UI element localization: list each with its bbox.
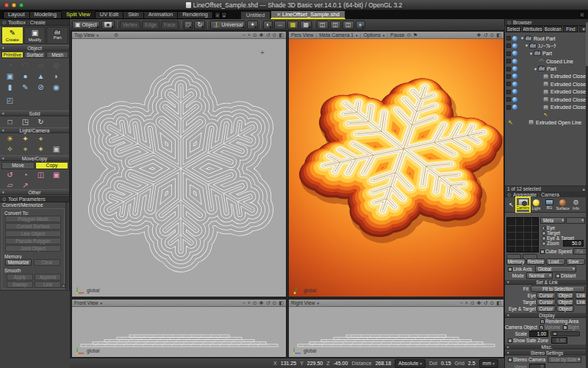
workspace-tab-rendering[interactable]: Rendering (178, 11, 212, 18)
workspace-tab-animation[interactable]: Animation (144, 11, 178, 18)
universal-manipulator-button[interactable]: Universal (210, 21, 245, 29)
manipulator-tool-button[interactable]: ✦ (247, 21, 258, 29)
panel-menu-icon[interactable]: ⊙ (2, 197, 7, 202)
radio-zoom[interactable] (542, 241, 546, 246)
workspace-tab-uv-edit[interactable]: UV Edit (96, 11, 123, 18)
tree-row-extruded-closed[interactable]: ▤Extruded Closed (505, 104, 587, 111)
pan-icon[interactable]: ✚ (259, 32, 264, 39)
link-axis-checkbox[interactable] (508, 267, 512, 272)
zoom-tool-icon[interactable]: ⊙ (273, 32, 277, 39)
radio-row-zoom[interactable]: Zoom 50.0 (542, 240, 588, 247)
tab-attributes[interactable]: Attributes (522, 26, 543, 32)
stereo-section-bar[interactable]: ▾Stereo Settings (505, 350, 588, 355)
right-view-header[interactable]: Right View ▾ − + ⊙ ✚ ↺ ⊙ ◧ (289, 300, 503, 307)
top-viewport-canvas[interactable]: + global (72, 39, 286, 297)
tree-row-extruded-closed[interactable]: ▤Extruded Closed (505, 96, 587, 103)
set-link-section-bar[interactable]: ▾Set & Link (505, 279, 588, 285)
target-cursor-button[interactable]: Cursor (537, 299, 556, 305)
snap-grid-button[interactable]: ▦ (287, 21, 299, 29)
unit-dropdown[interactable]: mm▾ (479, 359, 498, 368)
object-section-bar[interactable]: ▾Object (0, 45, 69, 51)
camera-tool-button[interactable] (101, 21, 115, 29)
aggregate-tab-surface[interactable]: Surface (556, 198, 569, 212)
sphere-icon[interactable]: ● (18, 71, 33, 82)
split-pane-icon[interactable]: ◧ (279, 32, 284, 39)
render-preview-button[interactable]: ● (356, 21, 365, 29)
front-view-header[interactable]: Front View ▾ − + ⊙ ✚ ↺ ⊙ ◧ (72, 300, 286, 307)
flag-icon[interactable]: ⚑ (413, 32, 417, 39)
zoom-tool-icon[interactable]: ⊙ (490, 300, 495, 307)
pan-icon[interactable]: ✚ (477, 32, 481, 39)
shading-sphere-button[interactable]: ◐ (263, 21, 273, 29)
render-flag-icon[interactable] (506, 59, 511, 63)
scale-field[interactable]: 1.00 (529, 330, 548, 337)
magnifier-icon[interactable]: ⊙ (470, 300, 475, 307)
orbit-icon[interactable]: ↺ (266, 32, 270, 39)
tree-row-part[interactable]: ▼Part (505, 50, 587, 57)
rounded-cube-icon[interactable]: ◰ (2, 96, 18, 106)
camera-restore-button[interactable]: Restore (526, 258, 545, 265)
document-tab[interactable]: ✕LineOffset_Sample.shd (270, 10, 345, 19)
aggregate-tab-camera[interactable]: Camera (517, 198, 529, 212)
stereo-camera-checkbox[interactable] (508, 358, 512, 362)
tree-row-closed-line[interactable]: ◠Closed Line (505, 57, 587, 65)
aggregate-tab-light[interactable]: Light (530, 198, 542, 212)
document-tab[interactable]: Untitled (240, 11, 270, 19)
workspace-tab-layout[interactable]: Layout (4, 11, 30, 18)
cone-icon[interactable]: ▲ (33, 71, 49, 82)
chevron-down-icon[interactable]: ▾ (96, 32, 98, 39)
tree-row-extruded-open-line[interactable]: ↖▤Extruded Open Line (505, 118, 587, 126)
zoom-out-icon[interactable]: − (243, 300, 245, 307)
tree-row-ｽﾉｰﾌﾚｰｸ[interactable]: ▼ｽﾉｰﾌﾚｰｸ (505, 42, 587, 49)
pers-view-header[interactable]: Pers View | Meta Camera 1 ▾ | Options ▾ … (289, 32, 503, 39)
aggregate-tab-pointer[interactable]: ↖ (506, 198, 516, 212)
layout-pane-2-button[interactable]: ◫ (330, 21, 342, 29)
cube-speed-checkbox[interactable] (540, 250, 545, 254)
render-flag-icon[interactable] (506, 90, 511, 94)
solid-section-bar[interactable]: ▾Solid (0, 110, 69, 116)
pers-viewport-canvas[interactable]: global (289, 39, 503, 297)
tree-row-part[interactable]: ▼Part (505, 66, 587, 73)
gear-icon[interactable]: ⚙ (114, 32, 118, 39)
magnifier-icon[interactable]: ⊙ (253, 300, 257, 307)
zoom-in-icon[interactable]: + (248, 32, 251, 39)
part-button[interactable]: Part (46, 26, 68, 44)
cube-icon[interactable]: ▣ (2, 71, 18, 82)
workspace-tab-split-view[interactable]: Split View (62, 11, 96, 18)
close-tab-icon[interactable]: ✕ (276, 12, 281, 17)
zoom-value-field[interactable]: 50.0 (563, 240, 584, 247)
mode-dropdown[interactable]: Normal (526, 272, 553, 279)
visibility-ball-icon[interactable] (512, 82, 517, 87)
front-viewport-canvas[interactable]: global (72, 307, 286, 357)
workspace-tab-skin[interactable]: Skin (123, 11, 144, 18)
orbit-icon[interactable]: ↺ (484, 32, 488, 39)
quarter-icon[interactable]: ◗ (49, 71, 64, 82)
create-button[interactable]: ✎ Create (1, 26, 24, 44)
camera-save-button[interactable]: Save... (566, 258, 585, 265)
visibility-ball-icon[interactable] (512, 36, 517, 41)
render-flag-icon[interactable] (506, 74, 511, 79)
fit-to-selection-button[interactable]: Fit to Selection (531, 286, 585, 292)
tree-row-root-part[interactable]: ▼Root Part (505, 35, 587, 42)
stack-icon[interactable]: ▣ (49, 170, 64, 180)
zoom-out-icon[interactable]: − (460, 300, 463, 307)
safe-zone-checkbox[interactable] (508, 339, 512, 343)
render-flag-icon[interactable] (506, 82, 511, 86)
cylinder-icon[interactable]: ▮ (2, 82, 18, 93)
aggregate-tab-info[interactable]: ⚙ Info (570, 198, 582, 212)
camera-load-button[interactable]: Load... (546, 258, 565, 265)
visibility-ball-icon[interactable] (512, 66, 517, 71)
render-flag-icon[interactable] (506, 43, 511, 48)
tree-row[interactable]: ↖ (505, 111, 587, 118)
object-mode-button[interactable]: ▣ Object (72, 21, 100, 29)
render-flag-icon[interactable] (506, 52, 511, 56)
revolve-icon[interactable]: ◳ (18, 117, 33, 127)
panel-menu-icon[interactable]: ⊙ (507, 20, 512, 25)
tree-row-extruded-closed[interactable]: ▤Extruded Closed (505, 80, 587, 88)
tab-select[interactable]: Select (506, 26, 521, 32)
visibility-ball-icon[interactable] (512, 74, 517, 79)
rotate-tool-button[interactable]: ↻ (194, 21, 205, 29)
meta-dropdown[interactable]: Meta (540, 217, 565, 224)
rotate-ball-icon[interactable]: ↺ (2, 170, 18, 180)
visibility-ball-icon[interactable] (512, 105, 517, 110)
